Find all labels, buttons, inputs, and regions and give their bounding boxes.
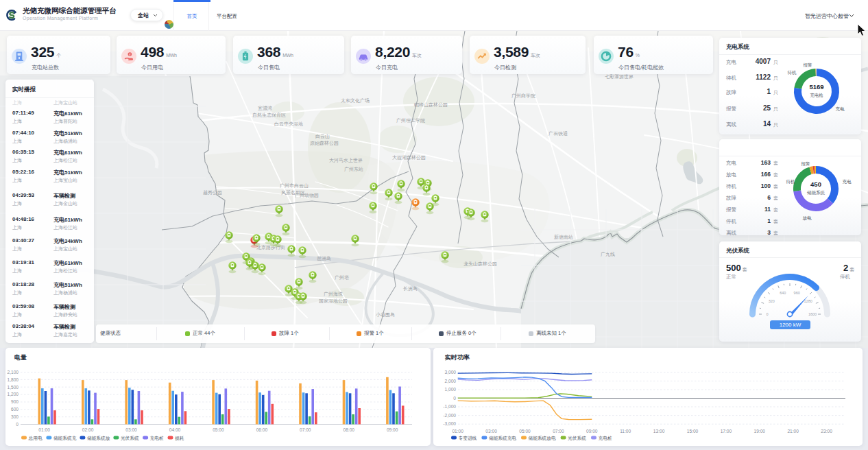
svg-text:08:00: 08:00 — [343, 427, 355, 432]
svg-text:光伏系统: 光伏系统 — [121, 436, 139, 441]
svg-text:23:00: 23:00 — [821, 429, 832, 434]
svg-text:320: 320 — [769, 298, 775, 303]
svg-text:报警: 报警 — [803, 62, 813, 68]
svg-text:1,500: 1,500 — [7, 385, 19, 390]
svg-text:广九线: 广九线 — [601, 252, 615, 257]
svg-text:19:00: 19:00 — [754, 429, 766, 434]
svg-text:损耗: 损耗 — [175, 436, 184, 441]
svg-text:03:00: 03:00 — [485, 429, 497, 434]
svg-text:大霞湖森林公园: 大霞湖森林公园 — [392, 155, 426, 161]
svg-text:1,200: 1,200 — [7, 392, 19, 396]
svg-text:5169: 5169 — [809, 83, 823, 91]
svg-text:充电枪: 充电枪 — [810, 93, 823, 98]
svg-text:琶洲岛: 琶洲岛 — [317, 256, 331, 261]
svg-text:报警: 报警 — [801, 161, 811, 167]
svg-text:广州东站: 广州东站 — [344, 167, 363, 172]
svg-text:原始森林公园: 原始森林公园 — [310, 141, 339, 146]
svg-text:待机: 待机 — [786, 179, 796, 185]
svg-text:07:00: 07:00 — [553, 429, 564, 434]
svg-text:-2,000: -2,000 — [443, 413, 456, 418]
svg-text:总用电: 总用电 — [28, 436, 43, 441]
svg-text:专变进线: 专变进线 — [459, 436, 477, 441]
svg-text:07:00: 07:00 — [300, 427, 311, 432]
svg-text:1,000: 1,000 — [444, 387, 456, 392]
svg-text:17:00: 17:00 — [721, 429, 732, 434]
svg-text:国家湿地公园: 国家湿地公园 — [319, 298, 348, 304]
svg-text:2,000: 2,000 — [444, 379, 456, 383]
svg-text:广州动物园: 广州动物园 — [295, 193, 319, 198]
svg-text:新塘南站: 新塘南站 — [554, 234, 573, 240]
svg-text:宜濃湾: 宜濃湾 — [258, 106, 272, 111]
svg-text:龙头山森林公园: 龙头山森林公园 — [463, 261, 497, 267]
svg-text:640: 640 — [780, 290, 786, 294]
svg-text:充电: 充电 — [843, 179, 852, 185]
svg-text:0: 0 — [16, 422, 19, 427]
svg-text:广州商学院: 广州商学院 — [511, 93, 535, 99]
svg-text:-1,000: -1,000 — [443, 404, 456, 409]
svg-text:白云中央湿地: 白云中央湿地 — [274, 121, 303, 127]
svg-text:广州海珠: 广州海珠 — [324, 292, 343, 297]
svg-text:01:00: 01:00 — [452, 429, 463, 434]
svg-text:-3,000: -3,000 — [443, 421, 456, 426]
svg-text:09:00: 09:00 — [387, 427, 398, 432]
svg-text:450: 450 — [810, 180, 821, 188]
svg-text:300: 300 — [11, 414, 19, 419]
svg-text:越秀公园: 越秀公园 — [203, 190, 222, 196]
svg-text:3,000: 3,000 — [444, 370, 456, 375]
svg-text:600: 600 — [11, 407, 19, 412]
svg-text:自然生态保育区: 自然生态保育区 — [252, 112, 286, 118]
svg-text:储能系统: 储能系统 — [807, 190, 825, 196]
svg-text:广州塔: 广州塔 — [335, 275, 349, 281]
svg-text:光伏系统: 光伏系统 — [568, 436, 586, 441]
svg-text:1,800: 1,800 — [7, 377, 19, 382]
svg-text:11:00: 11:00 — [620, 429, 631, 434]
svg-text:广州理工学院: 广州理工学院 — [396, 118, 425, 123]
svg-text:15:00: 15:00 — [687, 429, 699, 434]
svg-text:太和文化广场: 太和文化广场 — [341, 97, 370, 104]
svg-text:2,100: 2,100 — [7, 370, 19, 375]
svg-text:储能系统放电: 储能系统放电 — [529, 436, 556, 441]
svg-text:白云山: 白云山 — [315, 134, 330, 139]
svg-text:放电: 放电 — [803, 215, 812, 221]
svg-text:13:00: 13:00 — [653, 429, 665, 434]
svg-text:05:00: 05:00 — [213, 427, 224, 432]
svg-text:小谷围岛: 小谷围岛 — [376, 312, 395, 318]
svg-text:04:00: 04:00 — [169, 427, 181, 432]
svg-text:960: 960 — [794, 290, 800, 294]
svg-text:充电桩: 充电桩 — [150, 436, 164, 441]
svg-text:储能系统放: 储能系统放 — [87, 436, 110, 441]
svg-text:储能系统充电: 储能系统充电 — [489, 436, 516, 441]
svg-text:1600: 1600 — [808, 312, 817, 316]
svg-text:待机: 待机 — [788, 70, 797, 75]
svg-text:0: 0 — [453, 396, 456, 401]
svg-text:09:00: 09:00 — [586, 429, 598, 434]
svg-text:七彩瀑源世界: 七彩瀑源世界 — [605, 73, 634, 80]
svg-text:03:00: 03:00 — [125, 427, 137, 432]
svg-text:帽峰山森林公园: 帽峰山森林公园 — [414, 102, 448, 108]
svg-text:广石铁通: 广石铁通 — [548, 130, 568, 137]
svg-text:大河马水上世界: 大河马水上世界 — [329, 158, 363, 163]
svg-text:储能系统充: 储能系统充 — [53, 436, 77, 441]
svg-text:充电: 充电 — [836, 106, 845, 112]
svg-text:02:00: 02:00 — [82, 427, 94, 432]
svg-text:长洲岛: 长洲岛 — [403, 286, 418, 292]
svg-text:01:00: 01:00 — [38, 427, 50, 432]
svg-text:900: 900 — [11, 399, 19, 404]
svg-text:05:00: 05:00 — [519, 429, 531, 434]
svg-text:21:00: 21:00 — [787, 429, 799, 434]
svg-text:06:00: 06:00 — [256, 427, 268, 432]
svg-text:广州市白云山: 广州市白云山 — [280, 182, 309, 189]
svg-text:0: 0 — [766, 312, 768, 316]
svg-text:充电桩: 充电桩 — [599, 436, 612, 441]
